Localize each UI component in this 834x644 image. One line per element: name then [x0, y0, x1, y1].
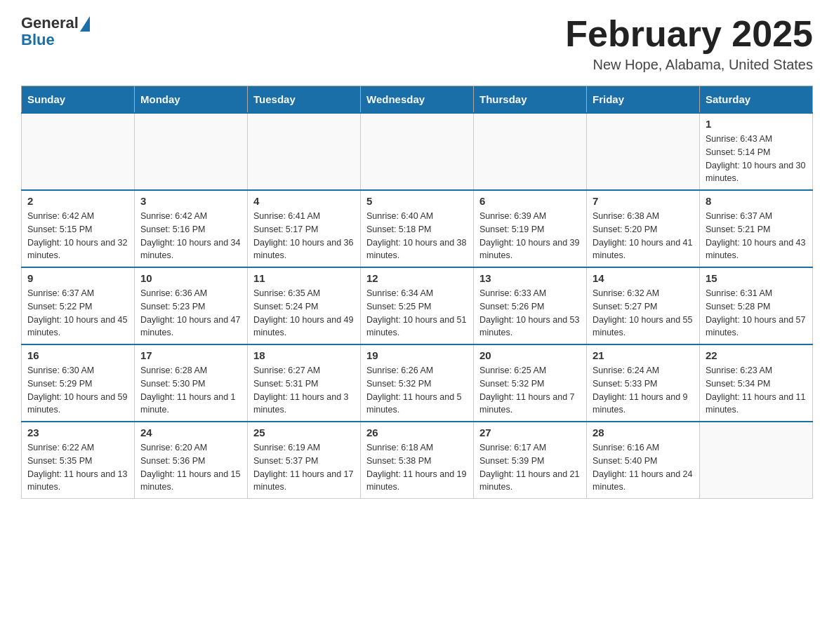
day-number: 23: [27, 427, 128, 438]
day-number: 1: [706, 118, 807, 130]
day-number: 28: [593, 427, 694, 438]
calendar-cell: [248, 113, 361, 190]
calendar-cell: 11Sunrise: 6:35 AMSunset: 5:24 PMDayligh…: [248, 267, 361, 344]
calendar-week-row: 2Sunrise: 6:42 AMSunset: 5:15 PMDaylight…: [22, 190, 813, 267]
calendar-week-row: 9Sunrise: 6:37 AMSunset: 5:22 PMDaylight…: [22, 267, 813, 344]
calendar-cell: [587, 113, 700, 190]
calendar-week-row: 1Sunrise: 6:43 AMSunset: 5:14 PMDaylight…: [22, 113, 813, 190]
calendar-cell: 20Sunrise: 6:25 AMSunset: 5:32 PMDayligh…: [474, 344, 587, 422]
day-info: Sunrise: 6:37 AMSunset: 5:21 PMDaylight:…: [706, 210, 807, 262]
calendar-cell: 22Sunrise: 6:23 AMSunset: 5:34 PMDayligh…: [700, 344, 813, 422]
calendar-cell: 1Sunrise: 6:43 AMSunset: 5:14 PMDaylight…: [700, 113, 813, 190]
day-number: 13: [479, 272, 581, 284]
calendar-day-header: Tuesday: [248, 86, 361, 114]
day-number: 14: [593, 272, 694, 284]
day-info: Sunrise: 6:40 AMSunset: 5:18 PMDaylight:…: [366, 210, 468, 262]
calendar-cell: 14Sunrise: 6:32 AMSunset: 5:27 PMDayligh…: [587, 267, 700, 344]
day-number: 11: [253, 272, 355, 284]
calendar-cell: 25Sunrise: 6:19 AMSunset: 5:37 PMDayligh…: [248, 422, 361, 499]
calendar-cell: 17Sunrise: 6:28 AMSunset: 5:30 PMDayligh…: [135, 344, 248, 422]
day-info: Sunrise: 6:23 AMSunset: 5:34 PMDaylight:…: [706, 364, 807, 417]
logo-general-text: General: [21, 14, 79, 32]
day-info: Sunrise: 6:42 AMSunset: 5:16 PMDaylight:…: [140, 210, 241, 262]
calendar-day-header: Saturday: [700, 86, 813, 114]
calendar-cell: 19Sunrise: 6:26 AMSunset: 5:32 PMDayligh…: [361, 344, 474, 422]
calendar-day-header: Friday: [587, 86, 700, 114]
day-info: Sunrise: 6:26 AMSunset: 5:32 PMDaylight:…: [366, 364, 468, 417]
calendar-cell: 6Sunrise: 6:39 AMSunset: 5:19 PMDaylight…: [474, 190, 587, 267]
title-section: February 2025 New Hope, Alabama, United …: [565, 14, 813, 73]
day-number: 3: [140, 195, 241, 207]
day-number: 6: [479, 195, 581, 207]
day-info: Sunrise: 6:28 AMSunset: 5:30 PMDaylight:…: [140, 364, 241, 417]
day-info: Sunrise: 6:19 AMSunset: 5:37 PMDaylight:…: [253, 441, 355, 494]
calendar-cell: 7Sunrise: 6:38 AMSunset: 5:20 PMDaylight…: [587, 190, 700, 267]
calendar-cell: [474, 113, 587, 190]
calendar-day-header: Sunday: [22, 86, 135, 114]
calendar-cell: [700, 422, 813, 499]
day-info: Sunrise: 6:22 AMSunset: 5:35 PMDaylight:…: [27, 441, 128, 494]
calendar-cell: 12Sunrise: 6:34 AMSunset: 5:25 PMDayligh…: [361, 267, 474, 344]
day-info: Sunrise: 6:33 AMSunset: 5:26 PMDaylight:…: [479, 287, 581, 340]
day-number: 22: [706, 349, 807, 361]
day-number: 27: [479, 427, 581, 438]
calendar-table: SundayMondayTuesdayWednesdayThursdayFrid…: [21, 86, 813, 499]
day-info: Sunrise: 6:37 AMSunset: 5:22 PMDaylight:…: [27, 287, 128, 340]
location-text: New Hope, Alabama, United States: [565, 57, 813, 73]
day-number: 18: [253, 349, 355, 361]
day-number: 5: [366, 195, 468, 207]
day-number: 9: [27, 272, 128, 284]
calendar-header-row: SundayMondayTuesdayWednesdayThursdayFrid…: [22, 86, 813, 114]
day-number: 19: [366, 349, 468, 361]
calendar-cell: 23Sunrise: 6:22 AMSunset: 5:35 PMDayligh…: [22, 422, 135, 499]
day-number: 25: [253, 427, 355, 438]
day-info: Sunrise: 6:31 AMSunset: 5:28 PMDaylight:…: [706, 287, 807, 340]
calendar-cell: [135, 113, 248, 190]
day-info: Sunrise: 6:39 AMSunset: 5:19 PMDaylight:…: [479, 210, 581, 262]
day-info: Sunrise: 6:16 AMSunset: 5:40 PMDaylight:…: [593, 441, 694, 494]
calendar-cell: 2Sunrise: 6:42 AMSunset: 5:15 PMDaylight…: [22, 190, 135, 267]
day-info: Sunrise: 6:36 AMSunset: 5:23 PMDaylight:…: [140, 287, 241, 340]
logo: General Blue: [21, 14, 90, 49]
calendar-cell: 28Sunrise: 6:16 AMSunset: 5:40 PMDayligh…: [587, 422, 700, 499]
day-number: 20: [479, 349, 581, 361]
calendar-cell: 10Sunrise: 6:36 AMSunset: 5:23 PMDayligh…: [135, 267, 248, 344]
calendar-cell: [361, 113, 474, 190]
calendar-cell: 13Sunrise: 6:33 AMSunset: 5:26 PMDayligh…: [474, 267, 587, 344]
calendar-day-header: Monday: [135, 86, 248, 114]
day-number: 10: [140, 272, 241, 284]
day-info: Sunrise: 6:43 AMSunset: 5:14 PMDaylight:…: [706, 133, 807, 185]
calendar-cell: 4Sunrise: 6:41 AMSunset: 5:17 PMDaylight…: [248, 190, 361, 267]
day-info: Sunrise: 6:17 AMSunset: 5:39 PMDaylight:…: [479, 441, 581, 494]
day-number: 16: [27, 349, 128, 361]
calendar-cell: [22, 113, 135, 190]
day-info: Sunrise: 6:42 AMSunset: 5:15 PMDaylight:…: [27, 210, 128, 262]
day-info: Sunrise: 6:34 AMSunset: 5:25 PMDaylight:…: [366, 287, 468, 340]
day-number: 15: [706, 272, 807, 284]
calendar-cell: 24Sunrise: 6:20 AMSunset: 5:36 PMDayligh…: [135, 422, 248, 499]
day-number: 24: [140, 427, 241, 438]
day-info: Sunrise: 6:24 AMSunset: 5:33 PMDaylight:…: [593, 364, 694, 417]
day-number: 21: [593, 349, 694, 361]
calendar-cell: 27Sunrise: 6:17 AMSunset: 5:39 PMDayligh…: [474, 422, 587, 499]
day-number: 8: [706, 195, 807, 207]
calendar-week-row: 16Sunrise: 6:30 AMSunset: 5:29 PMDayligh…: [22, 344, 813, 422]
page-header: General Blue February 2025 New Hope, Ala…: [21, 14, 813, 73]
calendar-cell: 26Sunrise: 6:18 AMSunset: 5:38 PMDayligh…: [361, 422, 474, 499]
calendar-day-header: Wednesday: [361, 86, 474, 114]
day-info: Sunrise: 6:25 AMSunset: 5:32 PMDaylight:…: [479, 364, 581, 417]
day-info: Sunrise: 6:38 AMSunset: 5:20 PMDaylight:…: [593, 210, 694, 262]
calendar-cell: 5Sunrise: 6:40 AMSunset: 5:18 PMDaylight…: [361, 190, 474, 267]
calendar-cell: 9Sunrise: 6:37 AMSunset: 5:22 PMDaylight…: [22, 267, 135, 344]
day-number: 17: [140, 349, 241, 361]
day-info: Sunrise: 6:20 AMSunset: 5:36 PMDaylight:…: [140, 441, 241, 494]
day-number: 7: [593, 195, 694, 207]
calendar-cell: 3Sunrise: 6:42 AMSunset: 5:16 PMDaylight…: [135, 190, 248, 267]
calendar-cell: 21Sunrise: 6:24 AMSunset: 5:33 PMDayligh…: [587, 344, 700, 422]
day-info: Sunrise: 6:18 AMSunset: 5:38 PMDaylight:…: [366, 441, 468, 494]
calendar-cell: 8Sunrise: 6:37 AMSunset: 5:21 PMDaylight…: [700, 190, 813, 267]
month-title: February 2025: [565, 14, 813, 54]
logo-triangle-icon: [80, 16, 90, 32]
calendar-cell: 18Sunrise: 6:27 AMSunset: 5:31 PMDayligh…: [248, 344, 361, 422]
day-info: Sunrise: 6:27 AMSunset: 5:31 PMDaylight:…: [253, 364, 355, 417]
